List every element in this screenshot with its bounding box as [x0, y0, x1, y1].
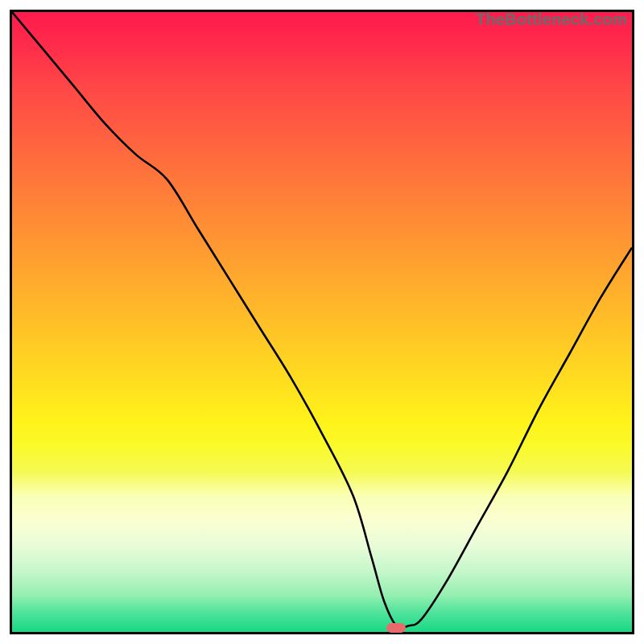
chart-container: TheBottleneck.com — [0, 0, 644, 644]
curve-svg — [12, 12, 632, 632]
bottleneck-curve-path — [12, 12, 632, 628]
watermark-text: TheBottleneck.com — [476, 10, 627, 29]
minimum-marker — [386, 623, 406, 633]
plot-area: TheBottleneck.com — [10, 10, 634, 634]
